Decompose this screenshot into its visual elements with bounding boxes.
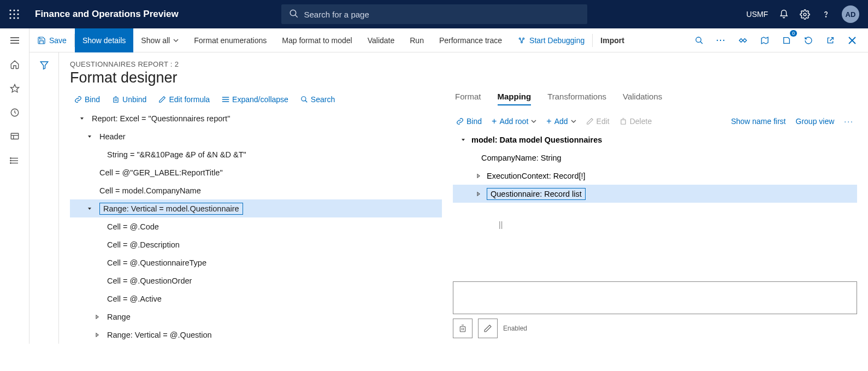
tree-arrow-icon[interactable] — [93, 314, 102, 320]
tree-arrow-icon[interactable] — [476, 191, 481, 197]
format-enumerations-button[interactable]: Format enumerations — [186, 28, 274, 52]
popout-icon[interactable] — [822, 32, 839, 49]
format-tree-row[interactable]: Header — [70, 127, 442, 145]
notifications-icon[interactable] — [779, 9, 789, 19]
close-icon[interactable] — [844, 32, 860, 49]
format-tree-row[interactable]: Range: Vertical = model.Questionnaire — [70, 199, 442, 217]
svg-line-45 — [305, 101, 308, 103]
save-button[interactable]: Save — [29, 28, 74, 52]
model-tree-row[interactable]: CompanyName: String — [453, 149, 857, 167]
help-icon[interactable] — [821, 9, 831, 19]
mapping-more-icon[interactable]: ··· — [844, 117, 854, 126]
edit-button: Edit — [586, 117, 610, 126]
edit-formula-box-button[interactable] — [478, 319, 498, 338]
show-name-first-button[interactable]: Show name first — [731, 117, 786, 126]
tree-arrow-icon[interactable] — [85, 206, 94, 211]
svg-point-32 — [696, 37, 701, 42]
expand-collapse-button[interactable]: Expand/collapse — [222, 95, 288, 104]
format-tree-row[interactable]: Cell = @.Description — [70, 235, 442, 254]
breadcrumb: QUESTIONNAIRES REPORT : 2 — [70, 60, 857, 68]
tab-mapping[interactable]: Mapping — [498, 92, 532, 105]
validate-button[interactable]: Validate — [360, 28, 403, 52]
search-button[interactable]: Search — [300, 95, 335, 104]
app-title: Finance and Operations Preview — [35, 9, 179, 20]
svg-point-27 — [519, 38, 521, 39]
model-tree-row[interactable]: Questionnaire: Record list — [453, 185, 857, 203]
recent-icon[interactable] — [9, 107, 20, 118]
modules-icon[interactable] — [9, 155, 20, 166]
performance-trace-button[interactable]: Performance trace — [432, 28, 510, 52]
add-button[interactable]: +Add — [546, 116, 576, 126]
nav-menu-icon[interactable] — [9, 35, 20, 46]
show-details-button[interactable]: Show details — [75, 28, 133, 52]
svg-rect-48 — [460, 327, 465, 332]
start-debugging-button[interactable]: Start Debugging — [510, 28, 592, 52]
svg-line-10 — [295, 15, 298, 17]
favorites-icon[interactable] — [9, 83, 20, 94]
app-launcher-icon[interactable] — [0, 9, 28, 19]
delete-formula-button[interactable] — [453, 319, 473, 338]
format-tree-row[interactable]: Cell = @"GER_LABEL:ReportTitle" — [70, 163, 442, 181]
format-tree-row[interactable]: Range: Vertical = @.Question — [70, 326, 442, 344]
page-title: Format designer — [70, 69, 857, 86]
home-icon[interactable] — [9, 59, 20, 70]
tree-node-label: CompanyName: String — [481, 154, 562, 162]
model-tree-row[interactable]: model: Data model Questionnaires — [453, 131, 857, 149]
company-label[interactable]: USMF — [746, 10, 768, 19]
format-tree-row[interactable]: Cell = model.CompanyName — [70, 181, 442, 199]
mapping-bind-button[interactable]: Bind — [456, 117, 482, 126]
splitter-handle[interactable]: || — [499, 220, 503, 229]
svg-point-7 — [13, 17, 15, 19]
model-tree-row[interactable]: ExecutionContext: Record[!] — [453, 167, 857, 185]
format-tree-row[interactable]: Cell = @.Active — [70, 290, 442, 308]
notifications-badge-icon[interactable]: 0 — [778, 32, 795, 49]
settings-icon[interactable] — [800, 9, 810, 20]
unbind-button[interactable]: Unbind — [112, 95, 146, 104]
svg-rect-18 — [11, 133, 19, 139]
workspaces-icon[interactable] — [9, 131, 20, 142]
bind-button[interactable]: Bind — [74, 95, 100, 104]
show-all-button[interactable]: Show all — [133, 28, 186, 52]
attach-icon[interactable] — [735, 32, 751, 49]
format-tree-row[interactable]: String = "&R&10Page &P of &N &D &T" — [70, 145, 442, 163]
tree-arrow-icon[interactable] — [476, 173, 481, 179]
tree-arrow-icon[interactable] — [93, 332, 102, 338]
tab-format[interactable]: Format — [455, 92, 481, 105]
find-icon[interactable] — [691, 32, 707, 49]
filter-icon[interactable] — [39, 60, 49, 344]
tab-validations[interactable]: Validations — [623, 92, 662, 105]
map-icon[interactable] — [757, 32, 773, 49]
svg-point-12 — [825, 16, 826, 17]
formula-box[interactable] — [453, 281, 857, 314]
edit-formula-button[interactable]: Edit formula — [158, 95, 210, 104]
tree-node-label: Cell = @.QuestionOrder — [107, 276, 192, 285]
format-tree-row[interactable]: Report: Excel = "Questionnaires report" — [70, 109, 442, 127]
tree-node-label: ExecutionContext: Record[!] — [487, 172, 586, 180]
svg-point-11 — [804, 13, 806, 16]
import-button[interactable]: Import — [593, 28, 632, 52]
svg-point-4 — [13, 13, 15, 15]
refresh-icon[interactable] — [800, 32, 817, 49]
global-search-input[interactable] — [281, 4, 587, 24]
svg-line-30 — [521, 39, 522, 41]
tree-node-label: Range — [107, 313, 131, 321]
format-tree-row[interactable]: Cell = @.Code — [70, 217, 442, 235]
tree-arrow-icon[interactable] — [85, 134, 94, 139]
tree-node-label: Cell = @.Description — [107, 240, 180, 249]
format-tree-row[interactable]: Cell = @.QuestionOrder — [70, 272, 442, 290]
tab-transformations[interactable]: Transformations — [547, 92, 606, 105]
format-tree-row[interactable]: Range — [70, 308, 442, 326]
tree-node-label: Header — [99, 132, 126, 141]
delete-button: Delete — [619, 117, 652, 126]
run-button[interactable]: Run — [402, 28, 432, 52]
tree-arrow-icon[interactable] — [78, 116, 86, 121]
format-tree-row[interactable]: Cell = @.QuestionnaireType — [70, 254, 442, 272]
user-avatar[interactable]: AD — [842, 5, 859, 23]
tree-node-label: model: Data model Questionnaires — [471, 136, 602, 144]
add-root-button[interactable]: +Add root — [492, 116, 536, 126]
more-icon[interactable]: ··· — [713, 32, 729, 49]
map-format-to-model-button[interactable]: Map format to model — [274, 28, 359, 52]
group-view-button[interactable]: Group view — [796, 117, 835, 126]
svg-point-25 — [10, 160, 11, 161]
tree-arrow-icon[interactable] — [460, 137, 466, 143]
